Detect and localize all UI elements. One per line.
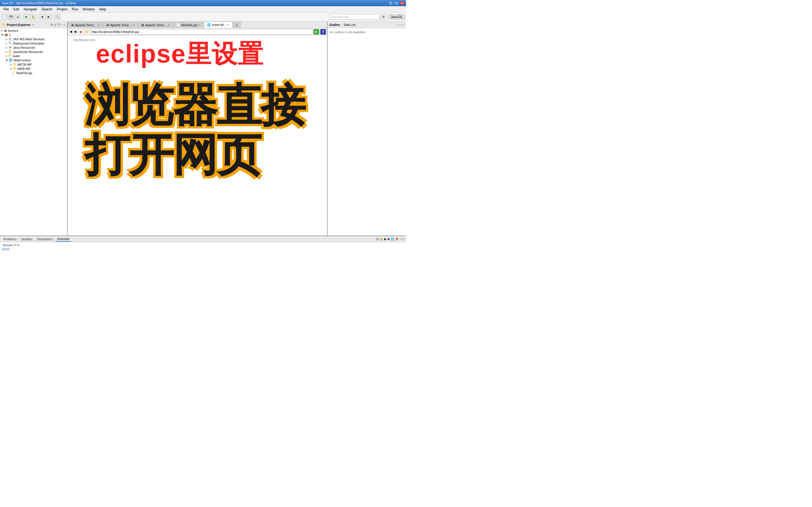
tab-tomcat-3[interactable]: 🖥 Apache Tomc... ✕: [138, 22, 173, 28]
link-editor-button[interactable]: 🔗: [54, 23, 57, 26]
collapse-all-button[interactable]: ⬇: [50, 23, 53, 26]
tree-item-jaxws[interactable]: ▷ ☕ JAX-WS Web Services: [0, 37, 67, 41]
tree-item-java-resources[interactable]: ▷ ☕ Java Resources: [0, 45, 67, 50]
outline-maximize-button[interactable]: □: [403, 23, 404, 26]
meta-inf-icon: 📁: [13, 62, 17, 66]
tab-task-list[interactable]: Task List: [343, 23, 356, 26]
tree-item-meta-inf[interactable]: ▷ 📁 META-INF: [0, 62, 67, 66]
tree-arrow: ▷: [6, 42, 8, 45]
tab-javadoc[interactable]: Javadoc: [19, 237, 34, 241]
outline-panel: Outline Task List ↕ ─ □ An outline is no…: [327, 21, 406, 235]
save-button[interactable]: 💾: [8, 14, 14, 20]
close-button[interactable]: ✕: [400, 1, 404, 5]
tree-label: JavaScript Resources: [13, 50, 43, 54]
forward-addr-button[interactable]: ▶: [74, 30, 78, 34]
stop-button[interactable]: ■: [79, 30, 83, 34]
search-toolbar-button[interactable]: 🔍: [54, 14, 61, 20]
menu-bar: File Edit Navigate Search Project Run Wi…: [0, 6, 406, 12]
debug-button[interactable]: 🐛: [30, 14, 36, 20]
tree-label: Java Resources: [13, 46, 35, 49]
menu-navigate[interactable]: Navigate: [21, 7, 39, 12]
tree-item-js-resources[interactable]: ▷ 📜 JavaScript Resources: [0, 50, 67, 54]
menu-run[interactable]: Run: [70, 7, 80, 12]
tab-declaration[interactable]: Declaration: [35, 237, 54, 241]
tree-label: JAX-WS Web Services: [13, 38, 45, 41]
perspective-button[interactable]: Java EE: [388, 14, 405, 19]
console-stop-button[interactable]: ■: [388, 237, 389, 240]
maximize-panel-button[interactable]: □: [64, 23, 65, 26]
tab-label-6: 1: [236, 23, 238, 27]
view-menu-button[interactable]: ▽: [58, 23, 60, 26]
project-explorer-icon: 📁: [2, 23, 6, 26]
tab-newfile[interactable]: 📄 NewFile.jsp ✕: [173, 22, 204, 28]
tab-problems[interactable]: Problems: [2, 237, 18, 241]
print-button[interactable]: 🖨: [15, 14, 21, 20]
tree-item-build[interactable]: ▷ 📁 build: [0, 54, 67, 58]
tab-tomcat-2[interactable]: 🖥 Apache Tomc... ✕: [103, 22, 138, 28]
perspective-layout-button[interactable]: ⊞: [380, 14, 387, 20]
tab-insert-title[interactable]: 🌐 Insert titl... ✕: [204, 22, 233, 28]
quick-access-input[interactable]: Quick Access: [329, 14, 380, 20]
tree-item-webcontent[interactable]: ▼ 🌐 WebContent: [0, 58, 67, 62]
tree-item-web-inf[interactable]: ▷ 📁 WEB-INF: [0, 66, 67, 71]
tab-overflow[interactable]: 1: [233, 22, 241, 28]
js-resources-icon: 📜: [8, 50, 12, 54]
tab-outline[interactable]: Outline: [329, 23, 340, 26]
bottom-minimize-button[interactable]: ─: [400, 237, 402, 240]
url-input[interactable]: [91, 29, 312, 35]
maximize-button[interactable]: □: [394, 1, 399, 5]
tab-close-5[interactable]: ✕: [227, 23, 230, 26]
jsp-file-icon: 📄: [11, 71, 15, 75]
project-explorer-title-area: 📁 Project Explorer ✕: [2, 23, 34, 26]
tab-console[interactable]: Console: [56, 237, 71, 242]
tree-arrow: ▷: [1, 29, 3, 32]
minimize-panel-button[interactable]: ─: [61, 23, 63, 26]
menu-help[interactable]: Help: [97, 7, 109, 12]
tab-icon-2: 🖥: [106, 23, 109, 27]
tree-item-deployment[interactable]: ▷ 🔧 Deployment Descriptor: [0, 41, 67, 45]
tab-icon-3: 🖥: [141, 23, 144, 27]
java-resources-icon: ☕: [8, 46, 12, 49]
back-button[interactable]: ◀: [39, 14, 45, 20]
outline-sync-button[interactable]: ↕: [397, 23, 398, 26]
menu-search[interactable]: Search: [39, 7, 54, 12]
tab-close-3[interactable]: ✕: [168, 24, 170, 26]
console-clear-button[interactable]: ⊡: [376, 237, 378, 240]
minimize-button[interactable]: ─: [389, 1, 393, 5]
window-title: Java EE - http://localhost:8080/1/NewFil…: [2, 1, 389, 5]
tab-close-4[interactable]: ✕: [199, 24, 201, 26]
tab-tomcat-1[interactable]: 🖥 Apache Tomc... ✕: [68, 22, 103, 28]
webcontent-icon: 🌐: [9, 58, 13, 62]
bookmark-button[interactable]: ⭐: [84, 30, 89, 34]
run-button[interactable]: ▶: [23, 14, 30, 20]
tab-label-2: Apache Tomc...: [110, 23, 132, 27]
open-external-button[interactable]: ⬆: [320, 29, 326, 35]
tab-close-1[interactable]: ✕: [98, 24, 100, 26]
tree-item-1[interactable]: ▼ 📦 1: [0, 33, 67, 37]
tab-close-2[interactable]: ✕: [133, 24, 135, 26]
console-open-browser-button[interactable]: 🌐: [391, 237, 394, 240]
quick-access-placeholder: Quick Access: [331, 15, 349, 18]
console-scroll-lock-button[interactable]: 🔒: [380, 237, 383, 240]
toolbar-separator-3: [53, 14, 53, 20]
menu-window[interactable]: Window: [80, 7, 97, 12]
outline-tabs: Outline Task List: [329, 23, 356, 26]
console-run-button[interactable]: ▶: [384, 237, 387, 240]
tree-item-newfile-jsp[interactable]: 📄 NewFile.jsp: [0, 71, 67, 75]
tree-item-servers[interactable]: ▷ 🖥 Servers: [0, 29, 67, 33]
project-explorer-panel: 📁 Project Explorer ✕ ⬇ 🔗 ▽ ─ □ ▷ 🖥 Serve…: [0, 21, 68, 235]
menu-edit[interactable]: Edit: [11, 7, 21, 12]
tree-arrow: ▼: [1, 34, 4, 36]
bottom-maximize-button[interactable]: □: [403, 237, 404, 240]
outline-minimize-button[interactable]: ─: [400, 23, 402, 26]
bottom-pin-button[interactable]: 📌: [395, 237, 398, 240]
forward-button[interactable]: ▶: [46, 14, 52, 20]
back-addr-button[interactable]: ◀: [69, 30, 73, 34]
console-line-2: [Sync: [2, 247, 404, 251]
tree-label: NewFile.jsp: [16, 71, 33, 75]
menu-project[interactable]: Project: [54, 7, 69, 12]
go-button[interactable]: ▶: [313, 29, 319, 35]
new-button[interactable]: 📄: [1, 14, 7, 20]
chinese-title-text: eclipse里设置: [96, 41, 264, 66]
menu-file[interactable]: File: [1, 7, 11, 12]
